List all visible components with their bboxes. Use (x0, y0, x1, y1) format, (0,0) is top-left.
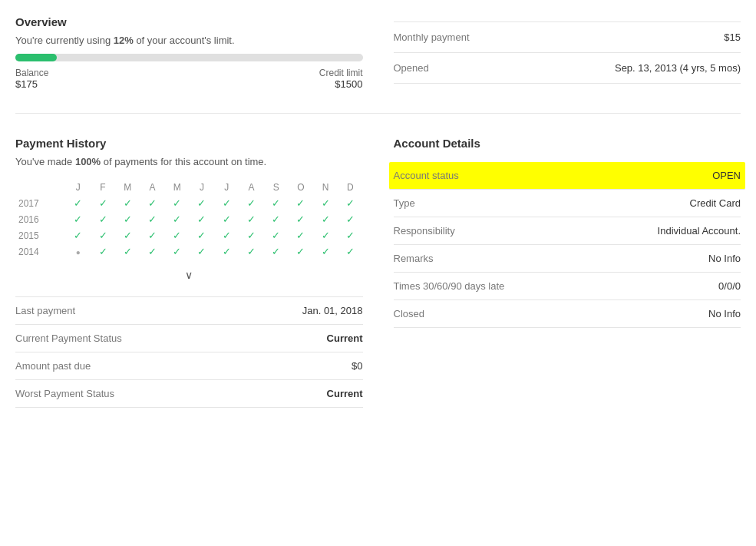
month-n: N (313, 180, 338, 195)
opened-label: Opened (394, 62, 429, 74)
cell-2014-10: ✓ (289, 243, 313, 260)
table-row: 2017 ✓ ✓ ✓ ✓ ✓ ✓ ✓ ✓ ✓ ✓ ✓ ✓ (15, 195, 363, 211)
worst-payment-status-label: Worst Payment Status (15, 388, 114, 399)
year-2016: 2016 (15, 211, 66, 227)
balance-value: $175 (15, 78, 48, 90)
on-time-text: You've made 100% of payments for this ac… (15, 156, 363, 167)
progress-bar-container (15, 54, 363, 61)
late-days-label: Times 30/60/90 days late (394, 280, 505, 292)
cell-2016-12: ✓ (338, 211, 362, 227)
cell-2015-4: ✓ (140, 227, 164, 243)
credit-limit-item: Credit limit $1500 (319, 68, 363, 90)
closed-label: Closed (394, 308, 424, 319)
account-status-value: OPEN (712, 170, 741, 181)
cell-2017-11: ✓ (313, 195, 338, 211)
amount-past-due-value: $0 (352, 360, 362, 372)
cell-2016-4: ✓ (140, 211, 164, 227)
progress-bar-fill (15, 54, 57, 61)
month-a2: A (239, 180, 263, 195)
cell-2017-12: ✓ (338, 195, 362, 211)
responsibility-row: Responsibility Individual Account. (394, 217, 741, 245)
account-details-panel: Account Details Account status OPEN Type… (394, 137, 741, 408)
account-status-row: Account status OPEN (389, 162, 746, 190)
overview-title: Overview (15, 15, 363, 28)
cell-2014-11: ✓ (313, 243, 338, 260)
cell-2017-3: ✓ (115, 195, 140, 211)
table-row: 2015 ✓ ✓ ✓ ✓ ✓ ✓ ✓ ✓ ✓ ✓ ✓ ✓ (15, 227, 363, 243)
month-s: S (264, 180, 289, 195)
cell-2016-7: ✓ (214, 211, 239, 227)
month-o: O (289, 180, 313, 195)
cell-2016-1: ✓ (66, 211, 91, 227)
type-row: Type Credit Card (394, 190, 741, 217)
remarks-label: Remarks (394, 253, 434, 264)
cell-2015-6: ✓ (190, 227, 214, 243)
balance-label: Balance (15, 68, 48, 78)
using-prefix: You're currently using (15, 35, 114, 46)
table-row: 2016 ✓ ✓ ✓ ✓ ✓ ✓ ✓ ✓ ✓ ✓ ✓ ✓ (15, 211, 363, 227)
cell-2016-2: ✓ (91, 211, 115, 227)
current-payment-status-value: Current (327, 333, 363, 344)
using-suffix: of your account's limit. (134, 35, 235, 46)
cell-2015-7: ✓ (214, 227, 239, 243)
using-percent: 12% (114, 35, 134, 46)
month-j2: J (190, 180, 214, 195)
last-payment-value: Jan. 01, 2018 (302, 305, 363, 316)
worst-payment-status-row: Worst Payment Status Current (15, 380, 363, 408)
remarks-row: Remarks No Info (394, 245, 741, 273)
account-status-label: Account status (394, 170, 459, 181)
expand-button[interactable]: ∨ (15, 269, 363, 281)
payment-history-panel: Payment History You've made 100% of paym… (15, 137, 363, 408)
current-payment-status-label: Current Payment Status (15, 333, 122, 344)
cell-2017-4: ✓ (140, 195, 164, 211)
cell-2017-5: ✓ (165, 195, 190, 211)
cell-2014-6: ✓ (190, 243, 214, 260)
on-time-percent: 100% (75, 156, 101, 167)
cell-2015-2: ✓ (91, 227, 115, 243)
remarks-value: No Info (708, 253, 741, 264)
cell-2014-12: ✓ (338, 243, 362, 260)
cell-2016-5: ✓ (165, 211, 190, 227)
year-2014: 2014 (15, 243, 66, 260)
cell-2015-9: ✓ (264, 227, 289, 243)
cell-2016-10: ✓ (289, 211, 313, 227)
cell-2014-9: ✓ (264, 243, 289, 260)
type-label: Type (394, 197, 415, 209)
month-j1: J (66, 180, 91, 195)
late-days-row: Times 30/60/90 days late 0/0/0 (394, 273, 741, 300)
cell-2015-8: ✓ (239, 227, 263, 243)
cell-2015-10: ✓ (289, 227, 313, 243)
cell-2017-1: ✓ (66, 195, 91, 211)
cell-2016-8: ✓ (239, 211, 263, 227)
type-value: Credit Card (690, 197, 741, 209)
cell-2017-10: ✓ (289, 195, 313, 211)
cell-2015-12: ✓ (338, 227, 362, 243)
year-2017: 2017 (15, 195, 66, 211)
balance-item: Balance $175 (15, 68, 48, 90)
cell-2017-8: ✓ (239, 195, 263, 211)
using-text: You're currently using 12% of your accou… (15, 35, 363, 46)
cell-2014-8: ✓ (239, 243, 263, 260)
year-2015: 2015 (15, 227, 66, 243)
cell-2015-3: ✓ (115, 227, 140, 243)
monthly-payment-label: Monthly payment (394, 31, 470, 43)
monthly-panel: Monthly payment $15 Opened Sep. 13, 2013… (394, 15, 741, 90)
amount-past-due-label: Amount past due (15, 360, 91, 372)
closed-row: Closed No Info (394, 300, 741, 328)
responsibility-value: Individual Account. (658, 225, 741, 237)
cell-2016-6: ✓ (190, 211, 214, 227)
cell-2014-3: ✓ (115, 243, 140, 260)
month-a1: A (140, 180, 164, 195)
month-m1: M (115, 180, 140, 195)
late-days-value: 0/0/0 (718, 280, 741, 292)
table-row: 2014 ● ✓ ✓ ✓ ✓ ✓ ✓ ✓ ✓ ✓ ✓ ✓ (15, 243, 363, 260)
overview-panel: Overview You're currently using 12% of y… (15, 15, 363, 90)
cell-2015-1: ✓ (66, 227, 91, 243)
cell-2014-7: ✓ (214, 243, 239, 260)
cell-2014-1: ● (66, 243, 91, 260)
account-details-title: Account Details (394, 137, 741, 150)
cell-2016-9: ✓ (264, 211, 289, 227)
cell-2017-6: ✓ (190, 195, 214, 211)
payment-history-title: Payment History (15, 137, 363, 150)
payment-calendar: J F M A M J J A S O N D 2017 ✓ (15, 180, 363, 260)
